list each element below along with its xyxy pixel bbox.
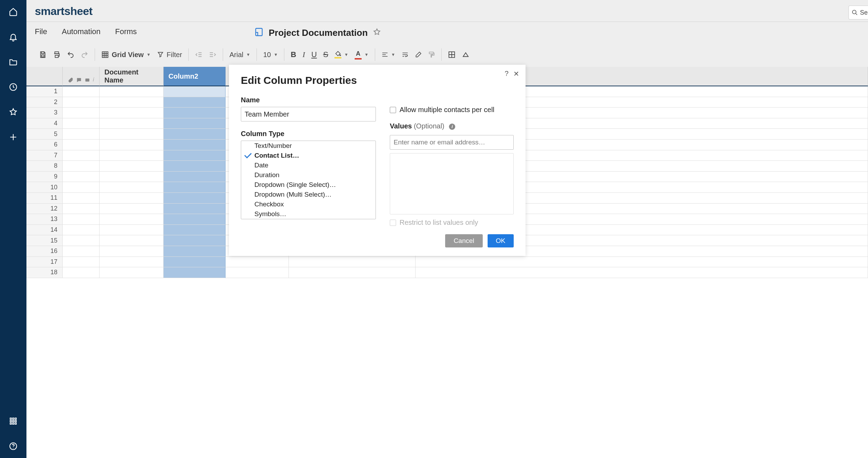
row-indicator-cell[interactable]: [63, 140, 100, 150]
favorite-star-icon[interactable]: [373, 28, 381, 38]
column-type-option[interactable]: Text/Number: [241, 141, 376, 151]
folder-icon[interactable]: [8, 57, 18, 67]
values-input[interactable]: [390, 135, 514, 150]
row-indicator-cell[interactable]: [63, 97, 100, 108]
cell[interactable]: [100, 204, 164, 214]
menu-automation[interactable]: Automation: [62, 27, 100, 36]
cell[interactable]: [100, 129, 164, 140]
row-indicator-cell[interactable]: [63, 129, 100, 140]
cell[interactable]: [164, 140, 226, 150]
redo-icon[interactable]: [81, 51, 88, 58]
cell[interactable]: [164, 86, 226, 97]
cell[interactable]: [100, 235, 164, 246]
cell[interactable]: [416, 267, 868, 278]
values-list-area[interactable]: [390, 153, 514, 214]
column-name-input[interactable]: [241, 107, 376, 121]
underline-button[interactable]: U: [311, 50, 317, 59]
bold-button[interactable]: B: [291, 50, 296, 59]
row-indicator-cell[interactable]: [63, 150, 100, 161]
view-selector[interactable]: Grid View ▼: [101, 51, 151, 59]
more-format-button[interactable]: [462, 51, 469, 58]
document-title[interactable]: Project Documentation: [269, 27, 368, 38]
cell[interactable]: [164, 172, 226, 182]
format-painter-button[interactable]: [428, 51, 435, 58]
row-indicator-cell[interactable]: [63, 182, 100, 193]
cell[interactable]: [100, 140, 164, 150]
cell[interactable]: [416, 257, 868, 268]
row-indicator-cell[interactable]: [63, 86, 100, 97]
row-indicator-cell[interactable]: [63, 246, 100, 257]
row-indicator-cell[interactable]: [63, 108, 100, 118]
cell[interactable]: [164, 118, 226, 129]
cell[interactable]: [164, 161, 226, 172]
undo-icon[interactable]: [67, 51, 74, 58]
cell[interactable]: [100, 86, 164, 97]
column-type-option[interactable]: Checkbox: [241, 199, 376, 209]
row-indicator-cell[interactable]: [63, 193, 100, 204]
help-icon[interactable]: [8, 441, 18, 451]
row-number[interactable]: 2: [26, 97, 63, 108]
row-number[interactable]: 5: [26, 129, 63, 140]
recents-icon[interactable]: [8, 82, 18, 92]
cell[interactable]: [100, 246, 164, 257]
row-indicator-cell[interactable]: [63, 267, 100, 278]
italic-button[interactable]: I: [302, 50, 305, 59]
row-indicator-cell[interactable]: [63, 225, 100, 236]
cell[interactable]: [164, 267, 226, 278]
cell[interactable]: [100, 150, 164, 161]
cell[interactable]: [100, 267, 164, 278]
search-input[interactable]: Sea: [849, 6, 868, 19]
text-color-button[interactable]: A▼: [355, 50, 369, 60]
bell-icon[interactable]: [8, 32, 18, 42]
borders-button[interactable]: [448, 51, 456, 58]
wrap-button[interactable]: [402, 51, 409, 58]
cell[interactable]: [164, 246, 226, 257]
row-number[interactable]: 11: [26, 193, 63, 204]
menu-forms[interactable]: Forms: [115, 27, 137, 36]
cell[interactable]: [100, 108, 164, 118]
row-indicator-cell[interactable]: [63, 214, 100, 225]
align-button[interactable]: ▼: [381, 51, 395, 58]
row-number[interactable]: 1: [26, 86, 63, 97]
allow-multiple-checkbox[interactable]: Allow multiple contacts per cell: [390, 106, 514, 114]
cell[interactable]: [164, 204, 226, 214]
row-number[interactable]: 13: [26, 214, 63, 225]
row-indicator-cell[interactable]: [63, 235, 100, 246]
row-number[interactable]: 17: [26, 257, 63, 268]
menu-file[interactable]: File: [35, 27, 47, 36]
column-header-document-name[interactable]: Document Name: [100, 67, 164, 86]
table-row[interactable]: 18: [26, 267, 868, 278]
row-indicator-cell[interactable]: [63, 257, 100, 268]
row-number[interactable]: 18: [26, 267, 63, 278]
cell[interactable]: [100, 97, 164, 108]
cell[interactable]: [164, 214, 226, 225]
column-type-option[interactable]: Contact List…: [241, 151, 376, 160]
print-icon[interactable]: [53, 51, 61, 58]
dialog-help-icon[interactable]: ?: [505, 70, 508, 78]
cell[interactable]: [100, 161, 164, 172]
row-number[interactable]: 14: [26, 225, 63, 236]
cell[interactable]: [164, 182, 226, 193]
cell[interactable]: [164, 225, 226, 236]
row-number[interactable]: 7: [26, 150, 63, 161]
outdent-icon[interactable]: [195, 51, 203, 58]
column-type-option[interactable]: Dropdown (Multi Select)…: [241, 190, 376, 199]
table-row[interactable]: 17: [26, 257, 868, 268]
cell[interactable]: [226, 257, 289, 268]
font-selector[interactable]: Arial▼: [229, 51, 250, 59]
column-type-option[interactable]: Duration: [241, 170, 376, 180]
column-type-option[interactable]: Dropdown (Single Select)…: [241, 180, 376, 190]
row-number[interactable]: 6: [26, 140, 63, 150]
fill-color-button[interactable]: ▼: [334, 51, 348, 58]
row-indicator-cell[interactable]: [63, 172, 100, 182]
cell[interactable]: [164, 193, 226, 204]
grid-corner[interactable]: [26, 67, 63, 86]
cell[interactable]: [164, 150, 226, 161]
cell[interactable]: [164, 235, 226, 246]
row-indicator-cell[interactable]: [63, 118, 100, 129]
cell[interactable]: [100, 193, 164, 204]
column-header-column2[interactable]: Column2: [164, 67, 226, 86]
cell[interactable]: [100, 225, 164, 236]
info-icon[interactable]: i: [449, 124, 455, 130]
add-icon[interactable]: [8, 132, 18, 142]
